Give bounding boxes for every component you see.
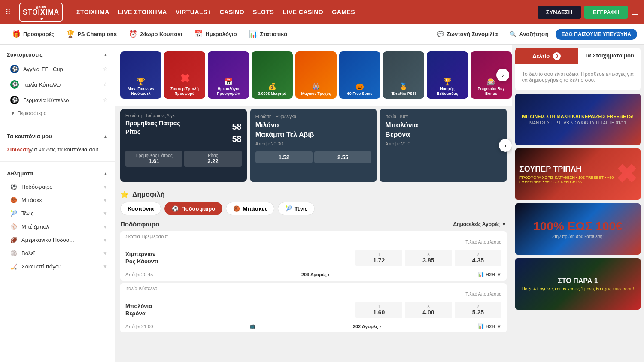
promo-banner-100-percent[interactable]: 100% ΕΩΣ 100€ Στην πρώτη σου κατάθεση! [515, 203, 641, 255]
odds-x[interactable]: Χ 3.85 [405, 250, 452, 266]
match-scores: 58 58 [232, 122, 241, 144]
odds-label: Χ [408, 252, 448, 257]
grid-icon[interactable]: ⠿ [5, 7, 11, 17]
odds-home-button[interactable]: Προμηθέας Πάτρας 1.61 [125, 151, 182, 167]
sports-header[interactable]: Αθλήματα ▲ [0, 167, 115, 180]
promo-card-6[interactable]: 🏅 Έπαθλο PS5! [383, 51, 424, 99]
promo-banner-super-triple[interactable]: ✖ ΣΟΥΠΕΡ ΤΡΙΠΛΗ ΠΡΟΣΦΟΡΑ ΧΩΡΙΣ ΚΑΤΑΘΕΣΗ … [515, 148, 641, 200]
odds-away-button[interactable]: Ρίτας 2.22 [184, 151, 241, 167]
odds-1[interactable]: 1 1.72 [355, 250, 402, 266]
chevron-down-icon: ▼ [103, 237, 108, 243]
sidebar-item-football[interactable]: ⚽ Ποδόσφαιρο ▼ [0, 180, 115, 193]
h2h-button[interactable]: 📊 H2H ▼ [478, 272, 501, 277]
sidebar-item-volleyball[interactable]: 🏐 Βόλεϊ ▼ [0, 247, 115, 260]
nav-ps-champions[interactable]: 🏆 PS Champions [61, 27, 122, 41]
sidebar-item-efl[interactable]: ⚽ Αγγλία EFL Cup ☆ [0, 61, 115, 77]
tab-basketball[interactable]: 🏀 Μπάσκετ [226, 202, 274, 215]
match-league-label: Ιταλία - Κύπ [385, 114, 501, 119]
chevron-down-icon: ▼ [497, 324, 501, 329]
promo-banner-content: 100% ΕΩΣ 100€ Στην πρώτη σου κατάθεση! [529, 215, 626, 243]
nav-24h-coupon[interactable]: ⏰ 24ωρο Κουπόνι [124, 27, 187, 41]
american-football-icon: 🏈 [10, 237, 17, 243]
sidebar-item-basketball[interactable]: 🏀 Μπάσκετ ▼ [0, 193, 115, 207]
chevron-up-icon: ▲ [103, 134, 108, 139]
betslip-tab[interactable]: Δελτίο 0 [515, 48, 578, 64]
sidebar-item-tennis[interactable]: 🎾 Τένις ▼ [0, 207, 115, 220]
nav-live-chat[interactable]: 💬 Ζωντανή Συνομιλία [432, 28, 503, 40]
sidebar-item-american-football[interactable]: 🏈 Αμερικάνικο Ποδόσ... ▼ [0, 233, 115, 247]
my-bets-tab[interactable]: Τα Στοιχήματά μου [578, 48, 641, 64]
nav-statistics[interactable]: 📊 Στατιστικά [244, 27, 293, 41]
tab-tennis[interactable]: 🎾 Τένις [278, 202, 315, 215]
favorite-star-icon[interactable]: ☆ [103, 97, 108, 103]
sidebar-item-germany-cup[interactable]: ⚽ Γερμανία Κύπελλο ☆ [0, 92, 115, 108]
sidebar-item-baseball[interactable]: ⚾ Μπέιζμπολ ▼ [0, 220, 115, 233]
nav-slots[interactable]: SLOTS [253, 7, 274, 17]
nav-offers[interactable]: 🎁 Προσφορές [7, 27, 59, 41]
match-row-hibernian: Σκωτία-Πρέμιερσοιπ Τελικό Αποτέλεσμα Χιμ… [120, 231, 507, 281]
h2h-button[interactable]: 📊 H2H ▼ [478, 323, 501, 329]
promo-banner-subtitle: Παίξε 4+ αγώνες και αν χάσεις 1 μόνο, θα… [522, 287, 634, 291]
promo-card-4[interactable]: 🎡 Μαγικός Τροχός [295, 51, 337, 99]
register-button[interactable]: ΕΓΓΡΑΦΗ [584, 6, 628, 19]
promo-card-3[interactable]: 💰 3.000€ Μετρητά [252, 51, 293, 99]
site-logo[interactable]: game STOIXIMA .gr [19, 3, 63, 22]
match-time: Απόψε 21:0 [385, 141, 501, 146]
nav-stoixima[interactable]: ΣΤΟΙΧΗΜΑ [76, 7, 109, 17]
login-button[interactable]: ΣΥΝΔΕΣΗ [538, 6, 581, 19]
favorite-star-icon[interactable]: ☆ [103, 81, 108, 87]
promo-banner-ps-champions[interactable]: ΜΠΑΙΝΕΙΣ ΣΤΗ ΜΑΧΗ ΚΑΙ ΚΕΡΔΙΖΕΙΣ FREEBETS… [515, 94, 641, 145]
nav-virtuals[interactable]: VIRTUALS+ [176, 7, 211, 17]
odds-1[interactable]: 1 1.60 [355, 302, 402, 318]
sidebar-item-italy-cup[interactable]: ⚽ Ιταλία Κύπελλο ☆ [0, 77, 115, 92]
favorite-star-icon[interactable]: ☆ [103, 66, 108, 72]
more-markets-link[interactable]: 202 Αγορές › [353, 324, 381, 329]
shortcuts-header[interactable]: Συντομεύσεις ▲ [0, 48, 115, 61]
odds-away-button[interactable]: 2.55 [314, 151, 371, 163]
nav-calendar[interactable]: 📅 Ημερολόγιο [189, 27, 242, 41]
promo-card-0[interactable]: 🏆 Μαν. Γιουν. vs Νιούκαστλ [120, 51, 161, 99]
match-row-footer: Απόψε 21:00 📺 202 Αγορές › 📊 H2H ▼ [120, 322, 507, 332]
popular-markets-button[interactable]: Δημοφιλείς Αγορές ▼ [453, 221, 507, 227]
odds-home-button[interactable]: 1.52 [255, 151, 313, 163]
promo-card-7[interactable]: 🏆 Νικητής Εβδομάδας [427, 51, 468, 99]
promo-icon: ✖ [180, 72, 190, 86]
sidebar-item-hockey[interactable]: 🏒 Χόκεϊ επί πάγου ▼ [0, 260, 115, 273]
betslip-count-badge: 0 [553, 52, 561, 60]
nav-search[interactable]: 🔍 Αναζήτηση [504, 28, 553, 40]
main-layout: Συντομεύσεις ▲ ⚽ Αγγλία EFL Cup ☆ ⚽ Ιταλ… [0, 45, 644, 362]
nav-games[interactable]: GAMES [332, 7, 355, 17]
odds-value: 1.60 [373, 309, 385, 316]
promo-card-2[interactable]: 📅 Ημερολόγιο Προσφορών [208, 51, 249, 99]
matches-next-button[interactable]: › [499, 139, 512, 152]
tab-football[interactable]: ⚽ Ποδόσφαιρο [164, 202, 222, 215]
carousel-next-button[interactable]: › [496, 69, 509, 81]
sidebar: Συντομεύσεις ▲ ⚽ Αγγλία EFL Cup ☆ ⚽ Ιταλ… [0, 45, 115, 362]
nav-casino[interactable]: CASINO [220, 7, 244, 17]
coupons-header[interactable]: Τα κουπόνια μου ▲ [0, 130, 115, 143]
baseball-icon: ⚾ [10, 223, 17, 230]
promo-card-1[interactable]: ✖ Σούπερ Τριπλή Προσφορά [164, 51, 205, 99]
right-panel: Δελτίο 0 Τα Στοιχήματά μου Το δελτίο σου… [512, 45, 644, 362]
coupons-login-link[interactable]: Σύνδεση [7, 146, 30, 153]
match-card-bolonia: Ιταλία - Κύπ Μπολόνια Βερόνα Απόψε 21:0 [380, 109, 507, 182]
tab-coupons[interactable]: Κουπόνια [120, 202, 161, 215]
hamburger-icon[interactable]: ☰ [631, 7, 639, 17]
odds-2[interactable]: 2 5.25 [455, 302, 501, 318]
popular-tabs: Κουπόνια ⚽ Ποδόσφαιρο 🏀 Μπάσκετ 🎾 Τένις [120, 202, 507, 215]
promo-banner-para-1[interactable]: ΣΤΟ ΠΑΡΑ 1 Παίξε 4+ αγώνες και αν χάσεις… [515, 258, 641, 310]
odds-x[interactable]: Χ 4.00 [405, 302, 452, 318]
team1-name: Χιμπέρνιαν [125, 251, 355, 257]
team1-name: Μπολόνια [125, 303, 355, 309]
promo-card-5[interactable]: 🎃 60 Free Spins [339, 51, 380, 99]
nav-livecasino[interactable]: LIVE CASINO [283, 7, 323, 17]
chevron-up-icon: ▲ [103, 171, 108, 176]
more-markets-link[interactable]: 203 Αγορές › [301, 272, 330, 277]
promo-banner-title: ΣΤΟ ΠΑΡΑ 1 [522, 277, 634, 285]
odds-2[interactable]: 2 4.35 [455, 250, 501, 266]
responsible-gaming-badge[interactable]: ΕΔΩ ΠΑΙΖΟΥΜΕ ΥΠΕΥΘΥΝΑ [556, 29, 637, 40]
featured-matches-section: Ευρώπη - Τσάμπιονς Λιγκ Προμηθέας Πάτρας… [115, 106, 512, 185]
nav-live[interactable]: LIVE ΣΤΟΙΧΗΜΑ [118, 7, 167, 17]
auth-buttons: ΣΥΝΔΕΣΗ ΕΓΓΡΑΦΗ ☰ [538, 6, 639, 19]
more-shortcuts[interactable]: ▼ Περισσότερα [0, 108, 115, 119]
